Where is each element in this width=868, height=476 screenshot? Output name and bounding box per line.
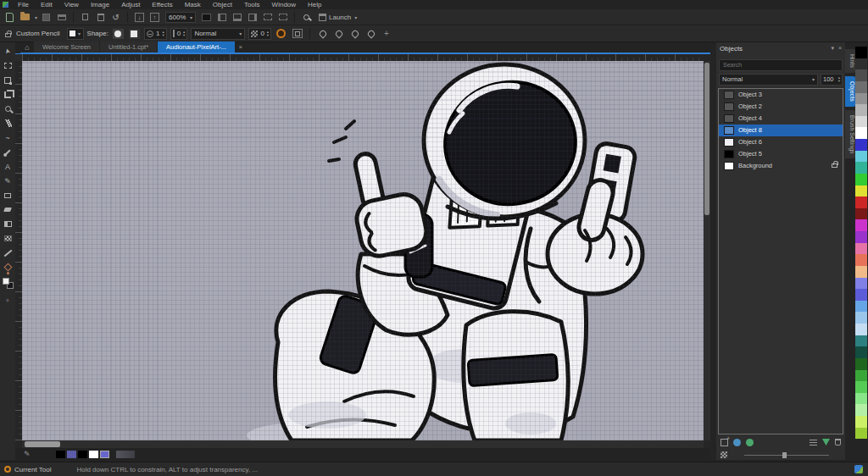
palette-color-swatch[interactable] — [855, 335, 867, 347]
recent-color-swatch[interactable] — [78, 451, 87, 458]
layer-row[interactable]: Object 8 — [719, 125, 843, 136]
palette-color-swatch[interactable] — [855, 104, 867, 116]
docker-tab[interactable]: Objects — [845, 76, 855, 107]
docker-menu-icon[interactable]: ▾ — [831, 45, 834, 52]
new-mask-button[interactable] — [746, 439, 754, 446]
layer-row[interactable]: Object 5 — [719, 148, 843, 160]
palette-color-swatch[interactable] — [855, 278, 867, 290]
palette-color-swatch[interactable] — [855, 428, 867, 440]
texture-field[interactable]: 0 ▴▾ — [248, 28, 271, 40]
paste-button[interactable] — [94, 11, 107, 24]
menu-item[interactable]: Window — [266, 1, 302, 8]
layer-row[interactable]: Object 6 — [719, 136, 843, 148]
copy-button[interactable] — [79, 11, 92, 24]
toolbars-toggle-button[interactable] — [246, 11, 259, 24]
palette-color-swatch[interactable] — [855, 393, 867, 405]
menu-item[interactable]: Image — [85, 1, 115, 8]
docker-tab[interactable]: Hints — [845, 49, 855, 73]
foreground-color-swatch[interactable] — [3, 278, 9, 285]
palette-color-swatch[interactable] — [855, 370, 867, 382]
tab-close-button[interactable]: × — [236, 42, 246, 53]
vertical-scrollbar[interactable] — [704, 61, 710, 440]
palette-color-swatch[interactable] — [855, 69, 867, 81]
open-button[interactable] — [19, 11, 31, 24]
brush-option-4-button[interactable] — [364, 27, 377, 40]
palette-color-swatch[interactable] — [855, 185, 867, 197]
rectangle-mask-tool[interactable] — [0, 58, 15, 73]
document-tab[interactable]: Audionaut-PixelArt-... — [158, 42, 235, 53]
new-object-button[interactable] — [721, 439, 728, 446]
brush-option-3-button[interactable] — [348, 27, 361, 40]
zoom-tool[interactable] — [0, 102, 15, 116]
eraser-tool[interactable] — [0, 202, 15, 217]
search-content-button[interactable] — [300, 11, 313, 24]
open-chevron-icon[interactable]: ▾ — [35, 14, 37, 20]
clone-tool[interactable] — [0, 116, 15, 130]
color-control[interactable] — [0, 276, 15, 291]
recent-gradient-swatch[interactable] — [116, 451, 135, 458]
round-nib-button[interactable] — [112, 28, 125, 40]
nib-size-field[interactable]: 1 ▴▾ — [144, 28, 167, 40]
palette-color-swatch[interactable] — [855, 381, 867, 393]
docker-close-icon[interactable]: × — [838, 45, 842, 52]
horizontal-scrollbar[interactable] — [22, 440, 704, 448]
menu-item[interactable]: File — [12, 1, 35, 8]
horizontal-scrollbar-thumb[interactable] — [25, 441, 60, 447]
recent-color-swatch[interactable] — [56, 451, 65, 458]
object-properties-button[interactable] — [810, 439, 817, 446]
palette-color-swatch[interactable] — [855, 93, 867, 105]
palette-color-swatch[interactable] — [855, 312, 867, 324]
palette-color-swatch[interactable] — [855, 196, 867, 208]
layer-row[interactable]: Object 4 — [719, 113, 843, 125]
palette-color-swatch[interactable] — [855, 208, 867, 220]
palette-color-swatch[interactable] — [855, 324, 867, 335]
palette-color-swatch[interactable] — [855, 81, 867, 93]
line-tool[interactable] — [0, 246, 15, 260]
layer-row[interactable]: Object 3 — [719, 89, 843, 101]
nib-size-stepper[interactable]: ▴▾ — [162, 30, 164, 37]
merge-mode-select[interactable]: Normal ▾ — [191, 28, 245, 40]
menu-item[interactable]: Help — [302, 1, 327, 8]
thumbnail-size-slider[interactable] — [744, 455, 829, 456]
menu-item[interactable]: Edit — [35, 1, 58, 8]
stabilizer-toggle[interactable] — [291, 27, 303, 40]
palette-color-swatch[interactable] — [855, 151, 867, 163]
image-sprayer-tool[interactable] — [0, 231, 15, 246]
eyedropper-tool[interactable] — [0, 145, 15, 159]
docker-tab[interactable]: Brush Settings — [845, 110, 855, 159]
recent-color-swatch[interactable] — [67, 451, 76, 458]
vertical-scrollbar-thumb[interactable] — [704, 63, 709, 215]
slider-knob[interactable] — [782, 452, 787, 458]
import-button[interactable]: ↓ — [133, 11, 146, 24]
layer-row[interactable]: Background — [719, 160, 843, 172]
palette-color-swatch[interactable] — [855, 116, 867, 128]
zoom-level-select[interactable]: 600% ▾ — [165, 12, 196, 23]
new-document-button[interactable] — [3, 11, 16, 24]
square-nib-button[interactable] — [128, 28, 141, 40]
palette-color-swatch[interactable] — [855, 404, 867, 416]
text-tool[interactable]: A — [0, 159, 15, 174]
brush-option-2-button[interactable] — [332, 27, 345, 40]
new-lens-button[interactable] — [733, 439, 741, 446]
palette-color-swatch[interactable] — [855, 58, 867, 70]
menu-item[interactable]: Mask — [179, 1, 207, 8]
palette-color-swatch[interactable] — [855, 127, 867, 139]
recent-color-swatch[interactable] — [100, 451, 109, 458]
document-tab[interactable]: Untitled-1.cpt* — [100, 42, 157, 53]
transparency-stepper[interactable]: ▴▾ — [183, 30, 185, 37]
customize-plus-button[interactable]: + — [384, 29, 389, 38]
blend-mode-select[interactable]: Normal ▾ — [719, 74, 818, 86]
save-button[interactable] — [40, 11, 53, 24]
palette-color-swatch[interactable] — [855, 219, 867, 231]
palette-color-swatch[interactable] — [855, 289, 867, 301]
document-tab[interactable]: Welcome Screen — [34, 42, 99, 53]
fill-tool[interactable] — [0, 260, 15, 274]
palette-color-swatch[interactable] — [855, 254, 867, 266]
palette-color-swatch[interactable] — [855, 358, 867, 370]
undo-button[interactable]: ↺ — [109, 11, 122, 24]
nib-preview-select[interactable]: ▾ — [67, 28, 84, 40]
delete-object-button[interactable] — [835, 439, 841, 446]
palette-color-swatch[interactable] — [855, 47, 867, 58]
mask-transform-tool[interactable] — [0, 73, 15, 87]
palette-color-swatch[interactable] — [855, 162, 867, 174]
